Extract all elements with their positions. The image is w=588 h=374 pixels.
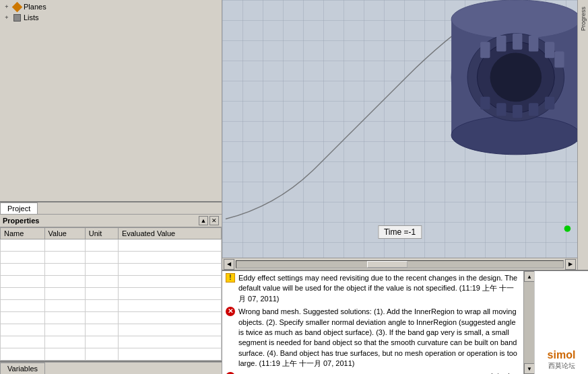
tree-item-lists[interactable]: + Lists	[1, 12, 220, 23]
variables-tab-bar: Variables	[0, 362, 222, 374]
properties-minimize-btn[interactable]: ▲	[199, 216, 208, 225]
properties-controls: ▲ ✕	[199, 216, 219, 225]
properties-header: Properties ▲ ✕	[0, 215, 222, 227]
progress-bar-container: Progress	[577, 0, 588, 270]
message-log: ! Eddy effect settings may need revisiti…	[222, 270, 588, 374]
main-area: + Planes + Lists Project	[0, 0, 588, 374]
progress-label: Progress	[580, 7, 587, 31]
col-header-eval: Evaluated Value	[118, 228, 221, 239]
scroll-thumb-h[interactable]	[367, 261, 407, 268]
right-section: Time =-1 ◀ ▶ Progress	[222, 0, 588, 374]
error-icon-1: ✕	[226, 307, 235, 316]
properties-panel: Properties ▲ ✕ Name Value Unit Evaluated…	[0, 215, 222, 362]
msg-scroll-down-btn[interactable]: ▼	[524, 363, 535, 374]
table-row	[1, 312, 222, 324]
svg-point-17	[490, 53, 542, 102]
svg-point-2	[451, 116, 577, 154]
msg-text-warn: Eddy effect settings may need revisiting…	[238, 273, 520, 304]
viewport-scrollbar[interactable]: ◀ ▶	[222, 258, 577, 270]
message-content: ! Eddy effect settings may need revisiti…	[222, 271, 523, 374]
msg-text-error2: Simulation completed with execution erro…	[238, 372, 520, 374]
table-row	[1, 348, 222, 361]
tab-variables[interactable]: Variables	[0, 363, 45, 374]
simol-logo: simol	[548, 349, 576, 361]
properties-title: Properties	[3, 217, 39, 225]
viewport-svg	[222, 0, 577, 258]
svg-rect-16	[545, 97, 554, 110]
table-row	[1, 239, 222, 252]
table-row	[1, 336, 222, 348]
svg-point-3	[451, 0, 577, 38]
message-scrollbar: ▲ ▼	[523, 271, 534, 374]
svg-point-18	[564, 225, 571, 232]
svg-rect-11	[554, 52, 564, 68]
left-panel: + Planes + Lists Project	[0, 0, 222, 374]
warn-icon: !	[226, 273, 235, 283]
planes-label: Planes	[24, 3, 46, 11]
tab-project[interactable]: Project	[0, 202, 38, 214]
svg-rect-13	[496, 103, 506, 116]
svg-rect-12	[480, 97, 490, 110]
properties-table: Name Value Unit Evaluated Value	[0, 227, 222, 361]
planes-icon	[12, 2, 22, 11]
svg-rect-15	[529, 103, 538, 116]
viewport-canvas: Time =-1	[222, 0, 577, 258]
tree-item-planes[interactable]: + Planes	[1, 1, 220, 12]
app-container: + Planes + Lists Project	[0, 0, 588, 374]
tree-area: + Planes + Lists	[0, 0, 222, 202]
svg-rect-7	[496, 36, 506, 52]
col-header-value: Value	[44, 228, 85, 239]
msg-text-error1: Wrong band mesh. Suggested solutions: (1…	[238, 307, 520, 369]
msg-scroll-track[interactable]	[524, 282, 534, 363]
properties-close-btn[interactable]: ✕	[209, 216, 219, 225]
lists-icon	[12, 13, 22, 22]
table-row	[1, 324, 222, 336]
error-icon-2: ✕	[226, 372, 235, 374]
message-row-warn: ! Eddy effect settings may need revisiti…	[226, 273, 520, 304]
viewport-panel[interactable]: Time =-1 ◀ ▶	[222, 0, 577, 270]
table-row	[1, 264, 222, 276]
table-row	[1, 252, 222, 264]
lists-label: Lists	[24, 13, 39, 22]
svg-rect-8	[513, 34, 522, 50]
svg-rect-14	[513, 105, 522, 118]
svg-rect-6	[480, 42, 490, 58]
time-label: Time =-1	[378, 225, 422, 239]
message-row-error1: ✕ Wrong band mesh. Suggested solutions: …	[226, 307, 520, 369]
svg-rect-10	[545, 42, 554, 58]
scroll-left-btn[interactable]: ◀	[224, 259, 234, 270]
scroll-right-btn[interactable]: ▶	[565, 259, 576, 270]
scroll-track-h[interactable]	[236, 260, 564, 268]
svg-rect-9	[529, 36, 538, 52]
table-row	[1, 300, 222, 312]
message-row-error2: ✕ Simulation completed with execution er…	[226, 372, 520, 374]
msg-scroll-up-btn[interactable]: ▲	[524, 271, 535, 282]
col-header-name: Name	[1, 228, 45, 239]
expand-lists-icon: +	[3, 13, 11, 22]
simol-subtitle: 西莫论坛	[548, 361, 575, 371]
project-tab-bar: Project	[0, 202, 222, 215]
table-row	[1, 276, 222, 288]
expand-planes-icon: +	[3, 3, 11, 11]
table-row	[1, 288, 222, 300]
col-header-unit: Unit	[85, 228, 118, 239]
